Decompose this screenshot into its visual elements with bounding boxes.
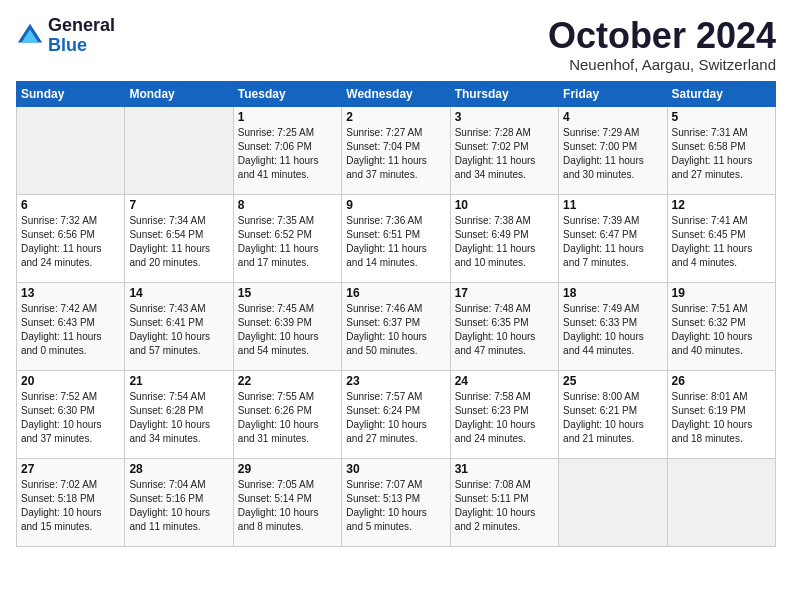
calendar-week-row: 13Sunrise: 7:42 AMSunset: 6:43 PMDayligh…	[17, 282, 776, 370]
calendar-cell: 4Sunrise: 7:29 AMSunset: 7:00 PMDaylight…	[559, 106, 667, 194]
day-header-friday: Friday	[559, 81, 667, 106]
day-number: 1	[238, 110, 337, 124]
day-info: Sunrise: 7:02 AMSunset: 5:18 PMDaylight:…	[21, 478, 120, 534]
day-number: 3	[455, 110, 554, 124]
calendar-cell: 14Sunrise: 7:43 AMSunset: 6:41 PMDayligh…	[125, 282, 233, 370]
calendar-cell: 9Sunrise: 7:36 AMSunset: 6:51 PMDaylight…	[342, 194, 450, 282]
logo-text: General Blue	[48, 16, 115, 56]
day-info: Sunrise: 7:08 AMSunset: 5:11 PMDaylight:…	[455, 478, 554, 534]
day-number: 17	[455, 286, 554, 300]
day-info: Sunrise: 7:34 AMSunset: 6:54 PMDaylight:…	[129, 214, 228, 270]
day-number: 13	[21, 286, 120, 300]
day-number: 11	[563, 198, 662, 212]
day-info: Sunrise: 7:31 AMSunset: 6:58 PMDaylight:…	[672, 126, 771, 182]
day-info: Sunrise: 7:32 AMSunset: 6:56 PMDaylight:…	[21, 214, 120, 270]
day-info: Sunrise: 7:55 AMSunset: 6:26 PMDaylight:…	[238, 390, 337, 446]
day-header-sunday: Sunday	[17, 81, 125, 106]
day-info: Sunrise: 7:49 AMSunset: 6:33 PMDaylight:…	[563, 302, 662, 358]
calendar-cell: 12Sunrise: 7:41 AMSunset: 6:45 PMDayligh…	[667, 194, 775, 282]
calendar-cell: 7Sunrise: 7:34 AMSunset: 6:54 PMDaylight…	[125, 194, 233, 282]
day-number: 10	[455, 198, 554, 212]
day-info: Sunrise: 7:36 AMSunset: 6:51 PMDaylight:…	[346, 214, 445, 270]
day-number: 14	[129, 286, 228, 300]
calendar-cell: 6Sunrise: 7:32 AMSunset: 6:56 PMDaylight…	[17, 194, 125, 282]
day-number: 2	[346, 110, 445, 124]
day-header-saturday: Saturday	[667, 81, 775, 106]
calendar-cell: 29Sunrise: 7:05 AMSunset: 5:14 PMDayligh…	[233, 458, 341, 546]
day-number: 15	[238, 286, 337, 300]
logo-icon	[16, 22, 44, 50]
day-info: Sunrise: 7:27 AMSunset: 7:04 PMDaylight:…	[346, 126, 445, 182]
day-number: 22	[238, 374, 337, 388]
day-info: Sunrise: 7:45 AMSunset: 6:39 PMDaylight:…	[238, 302, 337, 358]
day-number: 19	[672, 286, 771, 300]
day-number: 23	[346, 374, 445, 388]
calendar-week-row: 27Sunrise: 7:02 AMSunset: 5:18 PMDayligh…	[17, 458, 776, 546]
day-header-thursday: Thursday	[450, 81, 558, 106]
calendar-cell: 25Sunrise: 8:00 AMSunset: 6:21 PMDayligh…	[559, 370, 667, 458]
day-info: Sunrise: 8:01 AMSunset: 6:19 PMDaylight:…	[672, 390, 771, 446]
calendar-cell: 31Sunrise: 7:08 AMSunset: 5:11 PMDayligh…	[450, 458, 558, 546]
calendar-cell: 26Sunrise: 8:01 AMSunset: 6:19 PMDayligh…	[667, 370, 775, 458]
calendar-cell: 16Sunrise: 7:46 AMSunset: 6:37 PMDayligh…	[342, 282, 450, 370]
day-info: Sunrise: 7:29 AMSunset: 7:00 PMDaylight:…	[563, 126, 662, 182]
day-number: 5	[672, 110, 771, 124]
day-number: 20	[21, 374, 120, 388]
calendar-cell: 18Sunrise: 7:49 AMSunset: 6:33 PMDayligh…	[559, 282, 667, 370]
day-info: Sunrise: 7:38 AMSunset: 6:49 PMDaylight:…	[455, 214, 554, 270]
day-info: Sunrise: 7:04 AMSunset: 5:16 PMDaylight:…	[129, 478, 228, 534]
calendar-cell: 28Sunrise: 7:04 AMSunset: 5:16 PMDayligh…	[125, 458, 233, 546]
calendar-cell: 23Sunrise: 7:57 AMSunset: 6:24 PMDayligh…	[342, 370, 450, 458]
calendar-cell: 19Sunrise: 7:51 AMSunset: 6:32 PMDayligh…	[667, 282, 775, 370]
calendar-cell: 1Sunrise: 7:25 AMSunset: 7:06 PMDaylight…	[233, 106, 341, 194]
month-title: October 2024	[548, 16, 776, 56]
day-number: 9	[346, 198, 445, 212]
day-info: Sunrise: 7:41 AMSunset: 6:45 PMDaylight:…	[672, 214, 771, 270]
day-header-monday: Monday	[125, 81, 233, 106]
day-number: 7	[129, 198, 228, 212]
calendar-cell	[559, 458, 667, 546]
calendar-cell: 21Sunrise: 7:54 AMSunset: 6:28 PMDayligh…	[125, 370, 233, 458]
calendar-cell: 20Sunrise: 7:52 AMSunset: 6:30 PMDayligh…	[17, 370, 125, 458]
day-info: Sunrise: 7:52 AMSunset: 6:30 PMDaylight:…	[21, 390, 120, 446]
day-info: Sunrise: 7:43 AMSunset: 6:41 PMDaylight:…	[129, 302, 228, 358]
calendar-cell: 13Sunrise: 7:42 AMSunset: 6:43 PMDayligh…	[17, 282, 125, 370]
title-block: October 2024 Neuenhof, Aargau, Switzerla…	[548, 16, 776, 73]
day-info: Sunrise: 7:46 AMSunset: 6:37 PMDaylight:…	[346, 302, 445, 358]
calendar-week-row: 6Sunrise: 7:32 AMSunset: 6:56 PMDaylight…	[17, 194, 776, 282]
calendar-cell: 3Sunrise: 7:28 AMSunset: 7:02 PMDaylight…	[450, 106, 558, 194]
calendar-cell: 10Sunrise: 7:38 AMSunset: 6:49 PMDayligh…	[450, 194, 558, 282]
day-info: Sunrise: 7:51 AMSunset: 6:32 PMDaylight:…	[672, 302, 771, 358]
day-info: Sunrise: 7:48 AMSunset: 6:35 PMDaylight:…	[455, 302, 554, 358]
calendar-cell	[125, 106, 233, 194]
day-number: 21	[129, 374, 228, 388]
day-number: 29	[238, 462, 337, 476]
day-header-tuesday: Tuesday	[233, 81, 341, 106]
day-info: Sunrise: 8:00 AMSunset: 6:21 PMDaylight:…	[563, 390, 662, 446]
calendar-cell: 30Sunrise: 7:07 AMSunset: 5:13 PMDayligh…	[342, 458, 450, 546]
day-info: Sunrise: 7:42 AMSunset: 6:43 PMDaylight:…	[21, 302, 120, 358]
day-number: 16	[346, 286, 445, 300]
day-number: 27	[21, 462, 120, 476]
day-info: Sunrise: 7:57 AMSunset: 6:24 PMDaylight:…	[346, 390, 445, 446]
calendar-cell: 17Sunrise: 7:48 AMSunset: 6:35 PMDayligh…	[450, 282, 558, 370]
calendar-week-row: 20Sunrise: 7:52 AMSunset: 6:30 PMDayligh…	[17, 370, 776, 458]
day-info: Sunrise: 7:58 AMSunset: 6:23 PMDaylight:…	[455, 390, 554, 446]
day-number: 24	[455, 374, 554, 388]
day-number: 30	[346, 462, 445, 476]
day-number: 6	[21, 198, 120, 212]
logo: General Blue	[16, 16, 115, 56]
day-number: 25	[563, 374, 662, 388]
day-number: 31	[455, 462, 554, 476]
day-number: 8	[238, 198, 337, 212]
location: Neuenhof, Aargau, Switzerland	[548, 56, 776, 73]
day-header-wednesday: Wednesday	[342, 81, 450, 106]
day-number: 18	[563, 286, 662, 300]
calendar-table: SundayMondayTuesdayWednesdayThursdayFrid…	[16, 81, 776, 547]
day-info: Sunrise: 7:25 AMSunset: 7:06 PMDaylight:…	[238, 126, 337, 182]
calendar-cell: 22Sunrise: 7:55 AMSunset: 6:26 PMDayligh…	[233, 370, 341, 458]
calendar-cell: 11Sunrise: 7:39 AMSunset: 6:47 PMDayligh…	[559, 194, 667, 282]
calendar-cell	[17, 106, 125, 194]
page-header: General Blue October 2024 Neuenhof, Aarg…	[16, 16, 776, 73]
calendar-cell: 5Sunrise: 7:31 AMSunset: 6:58 PMDaylight…	[667, 106, 775, 194]
